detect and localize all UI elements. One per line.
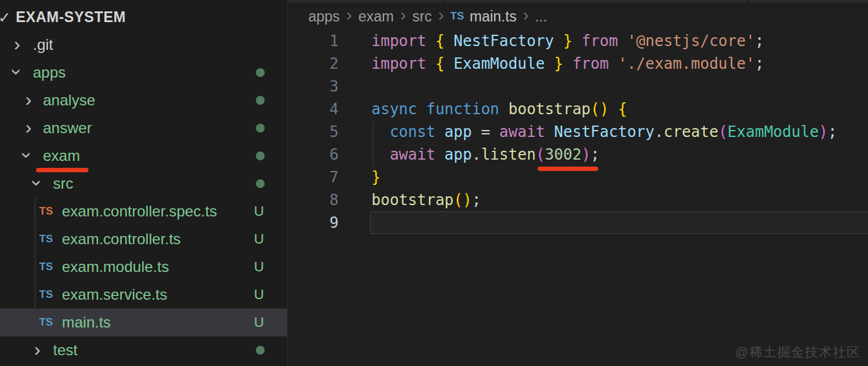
git-untracked-badge: U (254, 253, 264, 281)
chevron-right-icon (30, 336, 44, 363)
code-line-1[interactable]: 1import { NestFactory } from '@nestjs/co… (288, 30, 868, 52)
typescript-file-icon: TS (39, 309, 53, 336)
folder-label: apps (33, 59, 66, 86)
annotation-red-underline-3002 (538, 167, 598, 171)
sidebar-item-analyse[interactable]: analyse (0, 86, 287, 114)
sidebar-item-src[interactable]: src (0, 170, 287, 198)
explorer-root-header[interactable]: EXAM-SYSTEM (0, 3, 287, 31)
sidebar-item-exam-controller[interactable]: TS exam.controller.ts U (0, 225, 287, 253)
code-line-3[interactable]: 3 (288, 75, 868, 98)
code-lines[interactable]: 1import { NestFactory } from '@nestjs/co… (288, 30, 868, 234)
tab-divider (442, 0, 443, 3)
code-line-5[interactable]: 5 const app = await NestFactory.create(E… (288, 121, 868, 143)
breadcrumb: apps exam src TS main.ts ... (308, 4, 547, 29)
file-label: exam.controller.spec.ts (62, 198, 217, 225)
breadcrumb-item-exam[interactable]: exam (358, 8, 394, 25)
git-modified-dot-badge (256, 346, 265, 355)
file-label: exam.service.ts (62, 281, 167, 309)
breadcrumb-ellipsis[interactable]: ... (535, 8, 547, 25)
typescript-file-icon: TS (450, 10, 464, 23)
code-text: bootstrap(); (371, 189, 481, 211)
sidebar-item-exam[interactable]: exam (0, 142, 287, 170)
sidebar-item-answer[interactable]: answer (0, 114, 287, 142)
chevron-right-icon (21, 114, 35, 141)
sidebar-item-apps[interactable]: apps (0, 59, 287, 86)
git-untracked-badge: U (254, 225, 264, 253)
code-line-4[interactable]: 4async function bootstrap() { (288, 98, 868, 121)
typescript-test-file-icon: TS (39, 198, 53, 225)
sidebar-item-exam-service[interactable]: TS exam.service.ts U (0, 281, 287, 309)
typescript-file-icon: TS (39, 253, 53, 281)
code-line-8[interactable]: 8bootstrap(); (288, 189, 868, 211)
root-folder-label: EXAM-SYSTEM (16, 3, 126, 31)
watermark: @稀土掘金技术社区 (735, 343, 860, 361)
explorer-sidebar: EXAM-SYSTEM .git apps analyse answer exa… (0, 0, 287, 366)
tab-bar-bottom-strip (288, 0, 868, 3)
line-number: 1 (288, 30, 339, 52)
code-text: await app.listen(3002); (371, 143, 600, 166)
line-number: 9 (288, 211, 339, 234)
code-line-6[interactable]: 6 await app.listen(3002); (288, 143, 868, 166)
code-text: import { ExamModule } from './exam.modul… (371, 52, 764, 75)
sidebar-item-exam-module[interactable]: TS exam.module.ts U (0, 253, 287, 281)
folder-label: src (53, 170, 73, 198)
code-text: import { NestFactory } from '@nestjs/cor… (371, 30, 764, 52)
git-untracked-badge: U (254, 281, 264, 309)
code-line-9[interactable]: 9 (288, 211, 868, 234)
folder-label: analyse (43, 86, 95, 114)
git-untracked-badge: U (254, 198, 264, 225)
code-text: } (371, 166, 380, 189)
chevron-right-icon (10, 31, 24, 57)
folder-label: answer (43, 114, 92, 142)
vscode-window: EXAM-SYSTEM .git apps analyse answer exa… (0, 0, 868, 366)
sidebar-item-git[interactable]: .git (0, 31, 287, 59)
git-modified-dot-badge (256, 151, 265, 160)
git-modified-dot-badge (256, 96, 265, 105)
folder-label: test (53, 336, 78, 364)
folder-label: .git (33, 31, 53, 59)
typescript-file-icon: TS (39, 225, 53, 253)
typescript-file-icon: TS (39, 281, 53, 309)
chevron-down-icon (30, 170, 44, 196)
sidebar-item-exam-controller-spec[interactable]: TS exam.controller.spec.ts U (0, 198, 287, 225)
line-number: 2 (288, 52, 339, 75)
code-line-2[interactable]: 2import { ExamModule } from './exam.modu… (288, 52, 868, 75)
git-modified-dot-badge (256, 124, 265, 133)
git-modified-dot-badge (256, 68, 265, 77)
line-number: 7 (288, 166, 339, 189)
editor-pane: apps exam src TS main.ts ... 1import { N… (288, 0, 868, 366)
chevron-right-icon (21, 86, 35, 113)
folder-label: exam (43, 142, 80, 170)
git-modified-dot-badge (256, 179, 265, 188)
line-number: 5 (288, 121, 339, 143)
sidebar-item-test[interactable]: test (0, 336, 287, 364)
chevron-right-icon (346, 5, 352, 25)
file-label: exam.controller.ts (62, 225, 181, 253)
line-number: 8 (288, 189, 339, 211)
code-text: const app = await NestFactory.create(Exa… (371, 121, 837, 143)
line-number: 4 (288, 98, 339, 121)
file-label: main.ts (62, 309, 111, 336)
tab-divider (747, 0, 749, 3)
breadcrumb-item-apps[interactable]: apps (308, 8, 340, 25)
line-number: 3 (288, 75, 339, 98)
code-text: async function bootstrap() { (371, 98, 627, 121)
chevron-right-icon (523, 5, 529, 25)
chevron-down-icon (0, 3, 11, 31)
breadcrumb-item-src[interactable]: src (413, 8, 432, 25)
chevron-down-icon (20, 142, 34, 168)
file-label: exam.module.ts (62, 253, 169, 281)
sidebar-item-main-selected[interactable]: TS main.ts U (0, 309, 287, 336)
chevron-right-icon (400, 5, 406, 25)
breadcrumb-item-main-ts[interactable]: main.ts (470, 8, 517, 25)
chevron-down-icon (10, 59, 24, 85)
git-untracked-badge: U (254, 309, 264, 336)
chevron-right-icon (438, 5, 443, 25)
line-number: 6 (288, 143, 339, 166)
